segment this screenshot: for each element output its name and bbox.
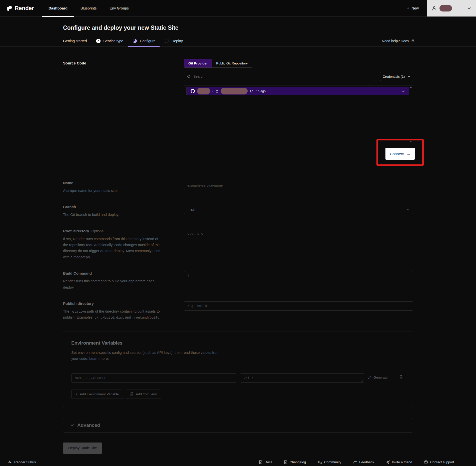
footer-contact-support-link[interactable]: Contact support: [424, 460, 454, 464]
env-var-row: Generate: [71, 373, 405, 383]
selected-check-icon: ✓: [402, 89, 405, 93]
name-desc: A unique name for your static site.: [63, 188, 163, 194]
env-var-name-input[interactable]: [71, 373, 236, 383]
env-var-value-input[interactable]: [240, 373, 364, 383]
external-link-icon: [250, 90, 253, 93]
generate-button[interactable]: Generate: [368, 376, 387, 379]
redacted-repo-owner: [197, 88, 210, 94]
repo-search: [184, 72, 375, 81]
brand-name: Render: [15, 5, 34, 11]
source-tabs: Git Provider Public Git Repository: [184, 59, 252, 68]
tab-git-provider[interactable]: Git Provider: [184, 59, 212, 67]
name-input[interactable]: [184, 181, 413, 190]
footer-invite-friend-link[interactable]: Invite a friend: [386, 460, 412, 464]
publish-directory-desc: The relative path of the directory conta…: [63, 308, 163, 321]
status-pulse-icon: [8, 460, 12, 464]
monorepo-link[interactable]: monorepo.: [74, 255, 91, 259]
repo-row-selected[interactable]: / 1h ago ✓: [187, 87, 409, 95]
build-command-input[interactable]: [192, 274, 410, 278]
step-service-type[interactable]: ✓ Service type: [96, 35, 123, 46]
connect-button[interactable]: Connect →: [385, 148, 415, 160]
delete-variable-button[interactable]: [399, 375, 403, 379]
footer: Render Status Docs Changelog Community F…: [0, 454, 476, 466]
nav-tab-dashboard[interactable]: Dashboard: [42, 0, 74, 16]
root-directory-input[interactable]: [184, 229, 413, 238]
top-nav-tabs: Dashboard Blueprints Env Groups: [42, 0, 135, 16]
step-configure[interactable]: Configure: [133, 35, 156, 46]
step-deploy[interactable]: Deploy: [165, 35, 183, 46]
repo-updated-time: 1h ago: [256, 89, 266, 93]
name-label: Name: [63, 181, 163, 185]
dollar-prefix: $: [187, 274, 189, 278]
optional-tag: Optional: [91, 229, 104, 233]
footer-community-link[interactable]: Community: [318, 460, 341, 464]
branch-field-row: Branch The Git branch to build and deplo…: [63, 205, 413, 218]
advanced-toggle[interactable]: Advanced: [63, 418, 413, 433]
user-icon: [431, 5, 437, 11]
footer-docs-link[interactable]: Docs: [259, 460, 272, 464]
paper-plane-icon: [386, 460, 390, 464]
credentials-dropdown[interactable]: Credentials (1): [380, 72, 413, 81]
footer-feedback-link[interactable]: Feedback: [353, 460, 374, 464]
page-title: Configure and deploy your new Static Sit…: [63, 24, 476, 31]
redacted-repo-name: [221, 88, 248, 94]
source-code-label: Source Code: [63, 61, 184, 65]
step-done-icon: ✓: [96, 39, 101, 43]
source-code-section: Source Code Git Provider Public Git Repo…: [63, 59, 476, 175]
repository-list: / 1h ago ✓: [184, 85, 413, 144]
branch-select[interactable]: main: [184, 205, 413, 214]
env-vars-desc: Set environment-specific config and secr…: [71, 350, 221, 362]
render-status-link[interactable]: Render Status: [8, 460, 36, 464]
feedback-arrows-icon: [353, 461, 357, 464]
community-icon: [318, 460, 322, 464]
chevron-down-icon: [407, 75, 410, 77]
top-navigation: Render Dashboard Blueprints Env Groups +…: [0, 0, 476, 17]
header-right: + New: [399, 0, 476, 16]
plus-icon: +: [76, 392, 78, 396]
footer-links: Docs Changelog Community Feedback Invite…: [259, 460, 454, 464]
build-command-inputwrap: $: [184, 271, 413, 280]
step-getting-started[interactable]: Getting started: [63, 35, 87, 46]
chevron-down-icon: [406, 208, 409, 210]
step-pending-icon: [165, 39, 169, 43]
branch-label: Branch: [63, 205, 163, 209]
account-menu[interactable]: [427, 0, 476, 16]
env-vars-title: Environment Variables: [71, 340, 405, 346]
publish-directory-input[interactable]: [184, 301, 413, 311]
nav-tab-env-groups[interactable]: Env Groups: [103, 0, 135, 16]
tab-public-git-repository[interactable]: Public Git Repository: [212, 59, 252, 67]
scroll-up-icon: [410, 86, 412, 88]
file-icon: [130, 392, 134, 396]
name-field-row: Name A unique name for your static site.: [63, 181, 413, 194]
new-button-label: New: [411, 6, 419, 10]
root-directory-field-row: Root DirectoryOptional If set, Render ru…: [63, 229, 413, 260]
need-help-docs-link[interactable]: Need help? Docs: [382, 39, 414, 43]
learn-more-link[interactable]: Learn more.: [89, 357, 109, 361]
github-icon: [191, 89, 195, 93]
question-circle-icon: [424, 460, 428, 464]
render-logo[interactable]: Render: [0, 0, 42, 16]
add-from-env-button[interactable]: Add from .env: [126, 390, 161, 399]
publish-directory-label: Publish directory: [63, 301, 163, 306]
pencil-icon: [368, 376, 371, 379]
lock-icon: [216, 89, 218, 93]
changelog-icon: [284, 460, 287, 464]
list-scrollbar[interactable]: [409, 85, 413, 144]
step-progress-icon: [133, 39, 137, 43]
build-command-label: Build Command: [63, 271, 163, 275]
add-environment-variable-button[interactable]: + Add Environment Variable: [71, 390, 123, 399]
main-content: Configure and deploy your new Static Sit…: [0, 17, 476, 454]
nav-tab-blueprints[interactable]: Blueprints: [74, 0, 103, 16]
new-button[interactable]: + New: [399, 0, 427, 16]
publish-directory-field-row: Publish directory The relative path of t…: [63, 301, 413, 321]
footer-changelog-link[interactable]: Changelog: [284, 460, 306, 464]
arrow-right-icon: →: [406, 152, 410, 156]
search-input[interactable]: [193, 74, 372, 78]
advanced-label: Advanced: [77, 423, 100, 428]
root-directory-desc: If set, Render runs commands from this d…: [63, 236, 163, 260]
plus-icon: +: [407, 6, 409, 10]
deploy-static-site-button[interactable]: Deploy Static Site: [63, 443, 102, 454]
resize-handle-icon[interactable]: [361, 380, 363, 382]
chevron-down-icon: [467, 7, 471, 9]
branch-desc: The Git branch to build and deploy.: [63, 212, 163, 218]
